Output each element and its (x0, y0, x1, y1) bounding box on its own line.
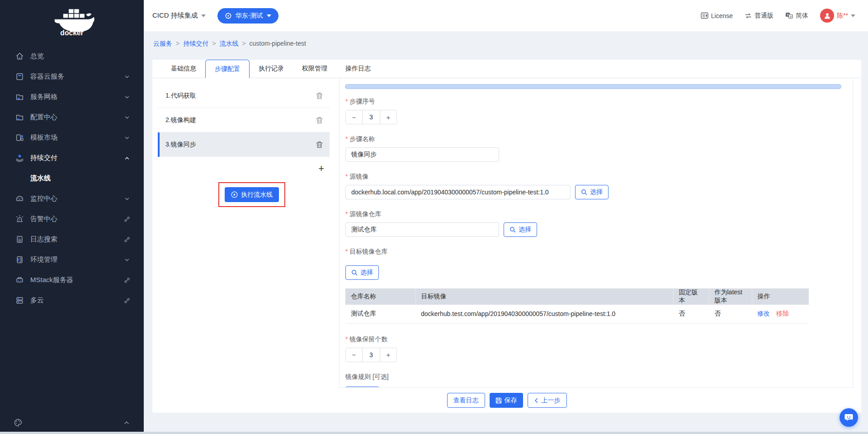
continuous-delivery-icon (15, 154, 24, 162)
product-menu-dropdown[interactable]: CICD 持续集成 (152, 11, 206, 20)
step-item-image-build[interactable]: 2.镜像构建 (158, 108, 330, 132)
cell-repo-name: 测试仓库 (345, 305, 415, 323)
sidebar-item-label: 多云 (30, 296, 124, 305)
step-index-value: 3 (362, 110, 380, 124)
sidebar-item-pipeline[interactable]: 流水线 (0, 168, 144, 189)
step-label: 2.镜像构建 (165, 116, 316, 124)
target-repo-table: 仓库名称 目标镜像 固定版本 作为latest版本 操作 测试仓库 docker… (345, 288, 809, 324)
sidebar-item-service-mesh[interactable]: 服务网格 (0, 87, 144, 107)
chevron-up-icon (124, 155, 130, 161)
save-button[interactable]: 保存 (490, 393, 523, 408)
docker-logo: docker (0, 0, 144, 43)
step-item-code-fetch[interactable]: 1.代码获取 (158, 84, 330, 108)
breadcrumb-separator: > (176, 40, 179, 47)
image-rule-set-button[interactable]: 设置 (345, 387, 379, 388)
tab-basic-info[interactable]: 基础信息 (162, 60, 205, 78)
sidebar-item-log-search[interactable]: 日志搜索 (0, 229, 144, 250)
stepper-decrease-button[interactable]: − (346, 110, 362, 124)
edition-switch-button[interactable]: 普通版 (745, 12, 774, 20)
sidebar-item-config-center[interactable]: 配置中心 (0, 107, 144, 127)
table-row: 测试仓库 dockerhub.test.com/app/201904030000… (345, 305, 809, 323)
page-horizontal-scrollbar[interactable] (0, 432, 868, 434)
collapse-sidebar-icon[interactable] (123, 419, 130, 426)
cell-fixed-version: 否 (673, 305, 709, 323)
external-link-icon (124, 216, 130, 222)
cell-target-image: dockerhub.test.com/app/2019040300000057/… (415, 305, 673, 323)
search-icon (509, 226, 516, 233)
source-image-select-button[interactable]: 选择 (575, 185, 609, 199)
chevron-down-icon (124, 196, 130, 202)
sidebar-item-multicloud[interactable]: 多云 (0, 290, 144, 311)
external-link-icon (124, 236, 130, 243)
sidebar-item-continuous-delivery[interactable]: 持续交付 (0, 148, 144, 168)
tab-execution-records[interactable]: 执行记录 (250, 60, 293, 78)
chevron-down-icon (124, 135, 130, 141)
step-index-label: 步骤序号 (345, 98, 853, 106)
user-menu[interactable]: 陈** (820, 9, 855, 23)
sidebar-item-monitor-center[interactable]: 监控中心 (0, 189, 144, 209)
edit-row-link[interactable]: 修改 (757, 310, 770, 317)
theme-palette-icon[interactable] (14, 418, 23, 427)
source-repo-select-button[interactable]: 选择 (504, 222, 537, 237)
view-log-button[interactable]: 查看日志 (447, 393, 485, 408)
save-floppy-icon (495, 397, 502, 404)
chevron-down-icon (124, 94, 130, 100)
server-icon (15, 276, 24, 284)
sidebar-item-alert-center[interactable]: 告警中心 (0, 209, 144, 229)
save-label: 保存 (505, 396, 517, 405)
sidebar-item-label: 监控中心 (30, 194, 124, 203)
docker-whale-icon: docker (47, 7, 97, 37)
add-step-button[interactable]: + (318, 164, 324, 174)
view-log-label: 查看日志 (453, 396, 479, 405)
sidebar-item-label: 服务网格 (30, 93, 124, 101)
edition-label: 普通版 (755, 12, 774, 20)
previous-step-button[interactable]: 上一步 (528, 393, 567, 408)
tab-operation-log[interactable]: 操作日志 (336, 60, 380, 78)
monitor-gauge-icon (15, 194, 24, 203)
alarm-icon (15, 215, 24, 223)
horizontal-scrollbar[interactable] (345, 84, 841, 89)
license-button[interactable]: License (701, 12, 733, 19)
stepper-increase-button[interactable]: + (380, 110, 396, 124)
form-footer: 查看日志 保存 上一步 (152, 388, 861, 413)
breadcrumb-cloud-service[interactable]: 云服务 (153, 40, 172, 48)
language-switch-button[interactable]: 文A 简体 (785, 12, 808, 20)
tabbar: 基础信息 步骤配置 执行记录 权限管理 操作日志 (152, 60, 861, 78)
step-item-image-sync[interactable]: 3.镜像同步 (158, 132, 330, 157)
breadcrumb-continuous-delivery[interactable]: 持续交付 (183, 40, 208, 48)
search-icon (351, 269, 358, 276)
sidebar-item-container-cloud[interactable]: 容器云服务 (0, 66, 144, 87)
sidebar-item-mstack-server[interactable]: MStack服务器 (0, 270, 144, 290)
sidebar-item-label: 模板市场 (30, 133, 124, 142)
source-repo-input[interactable] (345, 222, 499, 237)
cluster-selector-button[interactable]: 华东-测试 (217, 8, 278, 24)
source-image-input[interactable] (345, 185, 571, 199)
add-step-row: + (158, 157, 330, 180)
sidebar-item-template-market[interactable]: 模板市场 (0, 127, 144, 148)
source-repo-label: 源镜像仓库 (345, 210, 853, 218)
tab-permission-management[interactable]: 权限管理 (293, 60, 336, 78)
run-pipeline-button[interactable]: 执行流水线 (225, 187, 279, 202)
step-name-input[interactable] (345, 147, 499, 162)
delete-step-icon[interactable] (316, 92, 323, 100)
sidebar-item-label: 总览 (30, 52, 130, 61)
help-chat-fab[interactable] (840, 408, 858, 427)
tab-step-config[interactable]: 步骤配置 (205, 60, 250, 78)
breadcrumb-pipeline[interactable]: 流水线 (219, 40, 238, 48)
avatar (820, 9, 834, 23)
sidebar-item-label: 配置中心 (30, 113, 124, 122)
stepper-decrease-button[interactable]: − (346, 348, 362, 362)
switch-arrows-icon (745, 13, 752, 19)
sidebar-item-overview[interactable]: 总览 (0, 46, 144, 66)
delete-step-icon[interactable] (316, 116, 323, 124)
template-market-icon (15, 133, 24, 142)
stepper-increase-button[interactable]: + (380, 348, 396, 362)
previous-step-label: 上一步 (542, 396, 561, 405)
play-circle-icon (231, 191, 238, 198)
remove-row-link[interactable]: 移除 (776, 310, 789, 317)
delete-step-icon[interactable] (316, 141, 323, 149)
sidebar-item-env-management[interactable]: 环境管理 (0, 250, 144, 270)
retain-count-value: 3 (362, 348, 380, 362)
target-repo-label: 目标镜像仓库 (345, 248, 853, 256)
target-repo-select-button[interactable]: 选择 (345, 265, 379, 280)
